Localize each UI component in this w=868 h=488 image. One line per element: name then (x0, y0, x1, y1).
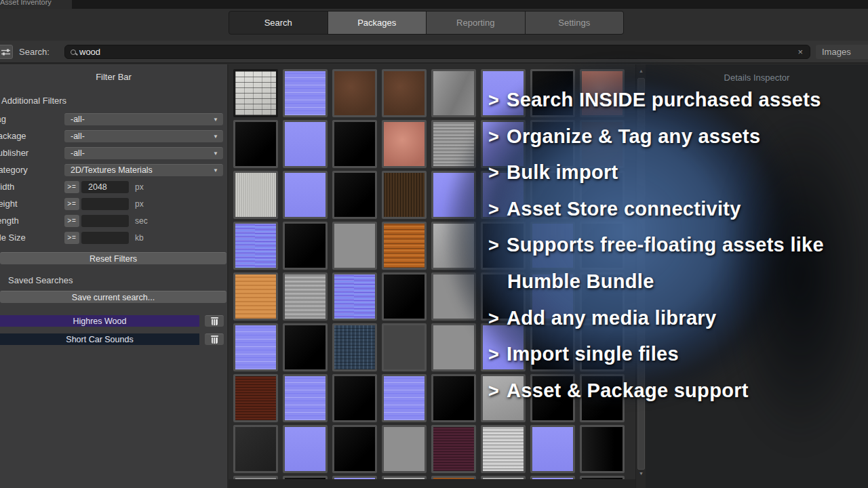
asset-tile[interactable] (283, 425, 328, 473)
asset-thumbnail (285, 376, 326, 420)
asset-tile[interactable] (283, 69, 328, 117)
length-input[interactable] (81, 215, 129, 227)
publisher-dropdown[interactable]: -all-▼ (64, 147, 223, 159)
tag-dropdown[interactable]: -all-▼ (64, 113, 223, 125)
asset-thumbnail (334, 325, 375, 369)
asset-tile[interactable] (382, 120, 427, 168)
tab-search[interactable]: Search (229, 12, 328, 34)
asset-tile[interactable] (233, 171, 278, 219)
asset-thumbnail (334, 274, 375, 319)
filter-label: Tag (0, 114, 64, 124)
asset-tile[interactable] (382, 69, 427, 117)
asset-tile[interactable] (332, 374, 377, 422)
asset-tile[interactable] (332, 171, 377, 219)
reset-filters-button[interactable]: Reset Filters (0, 252, 226, 264)
asset-tile[interactable] (332, 272, 377, 321)
filter-sidebar: Filter Bar Additional Filters Tag-all-▼P… (0, 64, 229, 488)
feature-text: Supports free-floating assets like (507, 234, 824, 256)
window-tab[interactable]: Asset Inventory (0, 0, 72, 9)
package-dropdown[interactable]: -all-▼ (64, 130, 223, 142)
asset-tile[interactable] (332, 323, 377, 371)
asset-tile[interactable] (332, 120, 377, 168)
file-size-input[interactable] (81, 232, 129, 244)
filter-label: Package (0, 131, 64, 141)
asset-tile[interactable] (382, 323, 427, 371)
asset-thumbnail (334, 376, 375, 420)
feature-text: Asset & Package support (507, 380, 749, 402)
bullet-icon: > (488, 308, 499, 329)
saved-search-button[interactable]: Short Car Sounds (0, 333, 199, 345)
asset-tile[interactable] (382, 222, 427, 270)
dropdown-value: -all- (64, 131, 85, 141)
asset-tile[interactable] (233, 425, 278, 473)
asset-thumbnail (285, 122, 326, 166)
bullet-icon: > (488, 163, 499, 184)
category-dropdown[interactable]: 2D/Textures Materials▼ (64, 164, 223, 176)
comparison-operator-button[interactable]: >= (64, 181, 79, 193)
saved-search-row: Highres Wood (0, 315, 227, 327)
window-tab-bar: Asset Inventory (0, 0, 868, 9)
asset-tile[interactable] (382, 374, 427, 422)
dropdown-value: -all- (64, 148, 85, 158)
asset-tile[interactable] (332, 222, 377, 270)
clear-search-icon[interactable]: × (797, 47, 804, 57)
feature-text: Humble Bundle (507, 270, 654, 293)
filter-label: Publisher (0, 148, 64, 158)
asset-thumbnail (334, 427, 375, 471)
asset-tile[interactable] (382, 171, 427, 219)
asset-thumbnail (235, 325, 276, 369)
comparison-operator-button[interactable]: >= (64, 198, 79, 210)
asset-tile[interactable] (283, 222, 328, 270)
asset-tile[interactable] (382, 272, 427, 321)
asset-thumbnail (235, 122, 276, 166)
delete-saved-search-button[interactable] (205, 315, 224, 327)
height-input[interactable] (81, 198, 129, 210)
filter-label: File Size (0, 232, 64, 243)
filter-label: Category (0, 165, 64, 175)
asset-tile[interactable] (283, 171, 328, 219)
scroll-down-icon[interactable]: ▼ (636, 471, 646, 476)
asset-thumbnail (384, 274, 425, 319)
delete-saved-search-button[interactable] (205, 333, 224, 345)
tab-settings[interactable]: Settings (526, 12, 624, 34)
asset-thumbnail (384, 173, 425, 217)
asset-tile[interactable] (332, 425, 377, 473)
filter-row-publisher: Publisher-all-▼ (0, 144, 227, 161)
grid-footer (229, 479, 646, 488)
asset-tile[interactable] (233, 120, 278, 168)
asset-tile[interactable] (382, 425, 427, 473)
asset-tile[interactable] (233, 69, 278, 117)
filter-toggle-button[interactable] (0, 45, 13, 59)
filter-row-height: Height>=px (0, 195, 227, 212)
bullet-icon: > (488, 344, 499, 365)
asset-tile[interactable] (283, 120, 328, 168)
asset-tile[interactable] (233, 272, 278, 321)
asset-thumbnail (285, 325, 326, 369)
asset-tile[interactable] (283, 272, 328, 321)
asset-tile[interactable] (233, 222, 278, 270)
saved-search-list: Highres WoodShort Car Sounds (0, 315, 227, 345)
feature-item: >Bulk import (488, 161, 868, 198)
tab-packages[interactable]: Packages (328, 12, 427, 34)
width-input[interactable]: 2048 (81, 181, 129, 193)
chevron-down-icon: ▼ (213, 150, 218, 157)
asset-tile[interactable] (283, 374, 328, 422)
filter-row-width: Width>=2048px (0, 178, 227, 195)
feature-item: >Supports free-floating assets like (488, 234, 868, 270)
asset-thumbnail (235, 427, 276, 471)
feature-text: Add any media library (507, 307, 716, 329)
saved-search-button[interactable]: Highres Wood (0, 315, 199, 327)
asset-tile[interactable] (233, 323, 278, 371)
tab-reporting[interactable]: Reporting (427, 12, 525, 34)
comparison-operator-button[interactable]: >= (64, 215, 79, 227)
search-label: Search: (19, 47, 50, 57)
asset-thumbnail (384, 427, 425, 471)
asset-tile[interactable] (233, 374, 278, 422)
asset-inventory-window: Asset Inventory SearchPackagesReportingS… (0, 0, 868, 488)
unit-label: px (135, 199, 144, 209)
comparison-operator-button[interactable]: >= (64, 232, 79, 244)
asset-tile[interactable] (332, 69, 377, 117)
filter-label: Height (0, 199, 64, 209)
asset-tile[interactable] (283, 323, 328, 371)
save-search-button[interactable]: Save current search... (0, 291, 226, 303)
